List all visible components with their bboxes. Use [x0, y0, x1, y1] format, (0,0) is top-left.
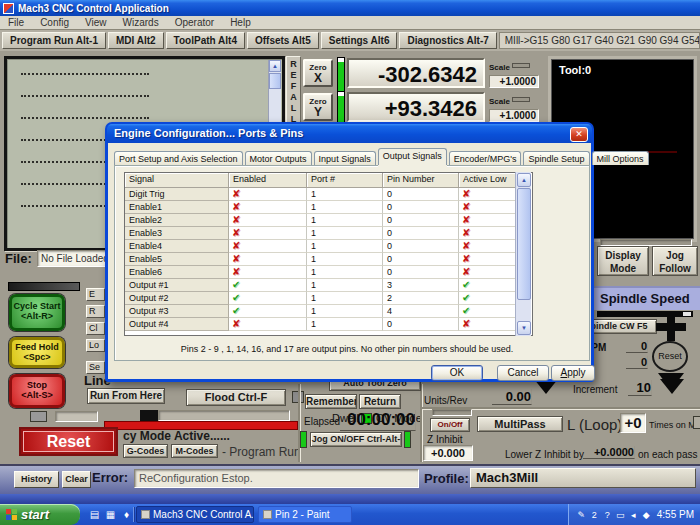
z-inhibit-onoff-button[interactable]: On/Off [430, 418, 470, 432]
pin-cell[interactable]: 0 [383, 266, 459, 279]
menu-file[interactable]: File [0, 17, 32, 28]
units-rev-value[interactable]: 0.00 [492, 389, 532, 405]
scroll-up-icon[interactable]: ▲ [517, 173, 531, 187]
cross-icon[interactable]: ✘ [459, 318, 516, 331]
feed-hold-button[interactable]: Feed Hold <Spc> [9, 337, 65, 368]
pin-cell[interactable]: 0 [383, 227, 459, 240]
cross-icon[interactable]: ✘ [229, 253, 307, 266]
port-cell[interactable]: 1 [307, 240, 383, 253]
cross-icon[interactable]: ✘ [229, 240, 307, 253]
check-icon[interactable]: ✔ [459, 279, 516, 292]
partial-button-cl[interactable]: Cl [86, 322, 105, 335]
scroll-down-icon[interactable]: ▼ [517, 321, 531, 335]
cross-icon[interactable]: ✘ [229, 201, 307, 214]
start-button[interactable]: start [0, 504, 80, 525]
tab-port-setup-and-axis-selection[interactable]: Port Setup and Axis Selection [114, 151, 243, 165]
signal-cell[interactable]: Enable4 [125, 240, 229, 253]
spindle-reset-button[interactable]: Reset [652, 341, 688, 372]
cross-icon[interactable]: ✘ [459, 188, 516, 201]
increment-down-icon[interactable] [660, 379, 684, 394]
port-cell[interactable]: 1 [307, 201, 383, 214]
z-inhibit-value[interactable]: +0.000 [423, 445, 473, 461]
menu-operator[interactable]: Operator [167, 17, 222, 28]
cross-icon[interactable]: ✘ [229, 266, 307, 279]
cross-icon[interactable]: ✘ [459, 266, 516, 279]
cross-icon[interactable]: ✘ [229, 188, 307, 201]
cross-icon[interactable]: ✘ [229, 214, 307, 227]
partial-button-lo[interactable]: Lo [86, 339, 105, 352]
port-cell[interactable]: 1 [307, 292, 383, 305]
signal-cell[interactable]: Output #2 [125, 292, 229, 305]
screen-tab-offsets[interactable]: Offsets Alt5 [247, 32, 319, 49]
signal-cell[interactable]: Enable3 [125, 227, 229, 240]
port-cell[interactable]: 1 [307, 188, 383, 201]
zero-x-button[interactable]: Zero X [303, 59, 333, 87]
apply-button[interactable]: Apply [551, 365, 595, 381]
device-icon[interactable]: ▭ [614, 508, 627, 522]
lower-z-value[interactable]: +0.0000 [583, 446, 635, 459]
signal-cell[interactable]: Digit Trig [125, 188, 229, 201]
cross-icon[interactable]: ✘ [229, 318, 307, 331]
pin-cell[interactable]: 0 [383, 214, 459, 227]
menu-wizards[interactable]: Wizards [115, 17, 167, 28]
y-dro-display[interactable]: +93.3426 [347, 92, 485, 122]
cross-icon[interactable]: ✘ [229, 227, 307, 240]
pin-cell[interactable]: 4 [383, 305, 459, 318]
cross-icon[interactable]: ✘ [459, 227, 516, 240]
tab-input-signals[interactable]: Input Signals [314, 151, 376, 165]
scroll-thumb[interactable] [517, 188, 531, 300]
ok-button[interactable]: OK [431, 365, 483, 381]
quicklaunch-shield-icon[interactable]: ♦ [120, 508, 133, 521]
signal-cell[interactable]: Output #4 [125, 318, 229, 331]
port-cell[interactable]: 1 [307, 279, 383, 292]
reset-button[interactable]: Reset [19, 427, 118, 456]
hide-icons-icon[interactable]: ◂ [627, 508, 640, 522]
signal-cell[interactable]: Enable5 [125, 253, 229, 266]
stop-button[interactable]: Stop <Alt-S> [9, 374, 65, 408]
partial-button-e[interactable]: E [86, 288, 105, 301]
port-cell[interactable]: 1 [307, 253, 383, 266]
tab-spindle-setup[interactable]: Spindle Setup [523, 151, 589, 165]
cycle-start-button[interactable]: Cycle Start <Alt-R> [9, 294, 65, 331]
port-cell[interactable]: 1 [307, 214, 383, 227]
screen-tab-diagnostics[interactable]: Diagnostics Alt-7 [399, 32, 496, 49]
pin-cell[interactable]: 2 [383, 292, 459, 305]
pin-cell[interactable]: 0 [383, 201, 459, 214]
taskbar-task-2[interactable]: Pin 2 - Paint [258, 506, 352, 523]
port-cell[interactable]: 1 [307, 305, 383, 318]
tab-motor-outputs[interactable]: Motor Outputs [245, 151, 312, 165]
menu-view[interactable]: View [77, 17, 115, 28]
taskbar-task-1[interactable]: Mach3 CNC Control A... [136, 506, 254, 523]
network-icon[interactable]: ◆ [640, 508, 653, 522]
spindle-up-icon[interactable] [656, 313, 686, 341]
port-cell[interactable]: 1 [307, 227, 383, 240]
history-button[interactable]: History [14, 471, 59, 488]
pencil-icon[interactable]: ✎ [575, 508, 588, 522]
pin-cell[interactable]: 0 [383, 188, 459, 201]
multipass-button[interactable]: MultiPass [477, 416, 563, 432]
check-icon[interactable]: ✔ [229, 305, 307, 318]
signal-cell[interactable]: Output #1 [125, 279, 229, 292]
signal-cell[interactable]: Enable1 [125, 201, 229, 214]
gcodes-button[interactable]: G-Codes [123, 444, 168, 458]
x-scale-value[interactable]: +1.0000 [489, 75, 539, 88]
quicklaunch-app-icon[interactable]: ▦ [104, 508, 117, 521]
check-icon[interactable]: ✔ [459, 305, 516, 318]
mcodes-button[interactable]: M-Codes [171, 444, 218, 458]
pin-cell[interactable]: 0 [383, 240, 459, 253]
increment-value[interactable]: 10 [628, 380, 652, 396]
screen-tab-settings[interactable]: Settings Alt6 [321, 32, 398, 49]
port-cell[interactable]: 1 [307, 318, 383, 331]
check-icon[interactable]: ✔ [229, 279, 307, 292]
x-dro-display[interactable]: -302.6342 [347, 58, 485, 88]
cancel-button[interactable]: Cancel [497, 365, 549, 381]
jog-onoff-button[interactable]: Jog ON/OFF Ctrl-Alt-J [310, 432, 402, 447]
menu-help[interactable]: Help [222, 17, 259, 28]
tab-output-signals[interactable]: Output Signals [378, 148, 447, 165]
signal-cell[interactable]: Output #3 [125, 305, 229, 318]
tab-mill-options[interactable]: Mill Options [592, 151, 649, 165]
jog-follow-button[interactable]: Jog Follow [652, 246, 698, 276]
port-cell[interactable]: 1 [307, 266, 383, 279]
y-scale-value[interactable]: +1.0000 [489, 109, 539, 122]
cross-icon[interactable]: ✘ [459, 201, 516, 214]
